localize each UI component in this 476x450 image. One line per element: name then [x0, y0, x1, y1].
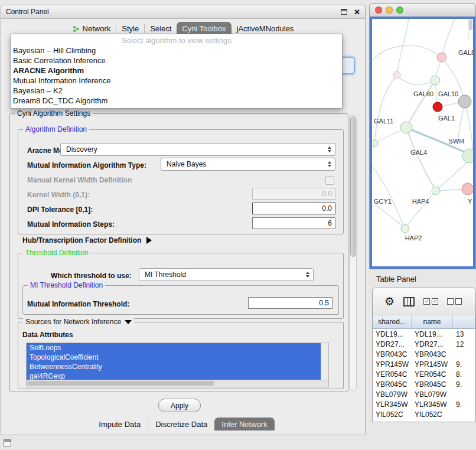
- dropdown-item-selected[interactable]: ARACNE Algorithm: [11, 66, 342, 76]
- float-window-icon[interactable]: [341, 9, 347, 15]
- scrollbar-thumb[interactable]: [469, 19, 472, 30]
- dropdown-item[interactable]: Mutual Information Inference: [11, 76, 342, 86]
- attribute-list-vertical-scrollbar[interactable]: [321, 343, 328, 380]
- network-node-mid[interactable]: [432, 187, 440, 195]
- cell-shared-name: YDL19...: [373, 330, 412, 338]
- cell-name: YBR045C: [412, 380, 453, 389]
- combo-arrows-icon: [328, 146, 335, 152]
- network-view-window: GAL8 GAL80 GAL10 GAL11 GAL1 SWI4 GAL4 GC…: [369, 3, 476, 269]
- network-vertical-scrollbar[interactable]: [468, 19, 473, 38]
- tab-style-label: Style: [122, 24, 139, 33]
- mi-type-value: Naive Bayes: [167, 160, 206, 168]
- cell-name: YDL19...: [412, 330, 453, 338]
- tab-discretize-data-label: Discretize Data: [155, 420, 207, 429]
- dropdown-item[interactable]: Dream8 DC_TDC Algorithm: [11, 96, 342, 106]
- which-threshold-combobox[interactable]: MI Threshold: [139, 268, 314, 281]
- mi-type-combobox[interactable]: Naive Bayes: [161, 158, 335, 171]
- tab-impute-data-label: Impute Data: [99, 420, 141, 429]
- mi-steps-input[interactable]: [252, 217, 335, 229]
- table-panel-window: ⚙ ✓ ✓ shared... name YDL19... YDL19... 1…: [372, 288, 476, 422]
- network-node-faint-pink[interactable]: [393, 71, 400, 79]
- settings-scrollbar[interactable]: [349, 115, 357, 391]
- network-node-green-top[interactable]: [431, 76, 440, 85]
- column-header-shared-name[interactable]: shared...: [373, 315, 412, 328]
- network-node-bottom[interactable]: [401, 224, 409, 233]
- dpi-tolerance-label: DPI Tolerance [0,1]:: [27, 206, 93, 214]
- cell-shared-name: YBL079W: [373, 390, 412, 399]
- checked-box-icon: ✓: [432, 298, 438, 305]
- dpi-tolerance-input[interactable]: [252, 203, 335, 214]
- attribute-list-horizontal-scrollbar[interactable]: [27, 380, 328, 387]
- network-canvas-frame: GAL8 GAL80 GAL10 GAL11 GAL1 SWI4 GAL4 GC…: [370, 17, 475, 269]
- tab-discretize-data[interactable]: Discretize Data: [148, 418, 214, 431]
- minimize-traffic-light-icon[interactable]: [386, 6, 393, 14]
- select-all-checks-icon[interactable]: ✓ ✓: [423, 298, 438, 305]
- cell-name: YBL079W: [412, 390, 453, 399]
- mi-threshold-input[interactable]: [248, 297, 332, 309]
- column-header-name[interactable]: name: [412, 315, 453, 328]
- tab-cyni-toolbox-label: Cyni Toolbox: [182, 24, 226, 33]
- close-icon[interactable]: ✕: [354, 8, 360, 16]
- network-node-red[interactable]: [433, 102, 442, 112]
- table-row[interactable]: YBR043C YBR043C: [373, 349, 475, 359]
- data-attributes-list[interactable]: SelfLoops TopologicalCoefficient Between…: [26, 343, 329, 387]
- table-row[interactable]: YPR145W YPR145W 9.: [373, 359, 475, 369]
- cell-value: 13: [453, 330, 475, 338]
- table-body: YDL19... YDL19... 13 YDR27... YDR27... 1…: [373, 329, 475, 419]
- cell-shared-name: YLR345W: [373, 400, 412, 409]
- dropdown-item[interactable]: Bayesian – Hill Climbing: [11, 45, 342, 56]
- network-node-pink-top[interactable]: [437, 53, 446, 62]
- node-label: SWI4: [449, 138, 465, 145]
- network-node-labels: GAL8 GAL80 GAL10 GAL11 GAL1 SWI4 GAL4 GC…: [374, 49, 473, 242]
- hub-definition-expander[interactable]: Hub/Transcription Factor Definition: [22, 236, 152, 244]
- network-node-gal4[interactable]: [400, 122, 412, 133]
- network-icon: [73, 25, 80, 32]
- table-row[interactable]: YIL052C YIL052C: [373, 409, 475, 419]
- apply-button[interactable]: Apply: [158, 399, 201, 412]
- manual-kernel-label: Manual Kernel Width Definition: [27, 176, 132, 184]
- sources-group-title[interactable]: Sources for Network Inference: [23, 318, 134, 327]
- aracne-mode-combobox[interactable]: Discovery: [60, 143, 335, 156]
- aracne-mode-value: Discovery: [66, 145, 97, 154]
- attribute-list-item-selected[interactable]: TopologicalCoefficient: [27, 353, 321, 362]
- network-node-gray[interactable]: [458, 95, 471, 108]
- cell-value: 8.: [453, 370, 475, 379]
- scrollbar-thumb[interactable]: [27, 381, 214, 386]
- data-attributes-label: Data Attributes: [22, 331, 73, 339]
- deselect-all-checks-icon[interactable]: [447, 298, 462, 305]
- dropdown-item[interactable]: Basic Correlation Inference: [11, 56, 342, 66]
- table-row[interactable]: YBL079W YBL079W: [373, 389, 475, 399]
- table-row[interactable]: YBR045C YBR045C 9.: [373, 379, 475, 389]
- zoom-traffic-light-icon[interactable]: [396, 6, 403, 14]
- tab-impute-data[interactable]: Impute Data: [92, 418, 148, 431]
- settings-scrollbar-thumb[interactable]: [350, 116, 356, 257]
- network-window-titlebar: [370, 4, 475, 17]
- dropdown-item[interactable]: Bayesian – K2: [11, 86, 342, 96]
- control-panel-title: Control Panel: [6, 8, 49, 16]
- network-node-pink-right[interactable]: [462, 183, 473, 195]
- column-header-partial[interactable]: [453, 315, 475, 328]
- close-traffic-light-icon[interactable]: [375, 6, 382, 14]
- table-row[interactable]: YER054C YER054C 8.: [373, 369, 475, 379]
- columns-icon[interactable]: [403, 297, 415, 306]
- tab-infer-network[interactable]: Infer Network: [214, 418, 274, 431]
- unchecked-box-icon: [455, 298, 462, 305]
- minimized-panel-icon[interactable]: [4, 439, 11, 446]
- node-label: GCY1: [374, 198, 392, 205]
- tab-jactivemodules-label: jActiveMNodules: [237, 24, 294, 33]
- manual-kernel-checkbox: [325, 176, 334, 185]
- attribute-list-item-selected[interactable]: BetweennessCentrality: [27, 362, 321, 371]
- gear-icon[interactable]: ⚙: [384, 296, 395, 307]
- attribute-list-item-selected[interactable]: SelfLoops: [27, 343, 321, 353]
- table-row[interactable]: YLR345W YLR345W 9.: [373, 399, 475, 409]
- cell-name: YBR043C: [412, 350, 453, 358]
- cell-shared-name: YBR045C: [373, 380, 412, 389]
- network-node-left-small[interactable]: [372, 140, 378, 147]
- dropdown-placeholder: Select algorithm to view settings: [11, 35, 342, 45]
- hub-definition-label: Hub/Transcription Factor Definition: [22, 236, 141, 244]
- network-canvas[interactable]: GAL8 GAL80 GAL10 GAL11 GAL1 SWI4 GAL4 GC…: [372, 19, 473, 266]
- node-label: GAL1: [438, 115, 455, 122]
- table-row[interactable]: YDL19... YDL19... 13: [373, 329, 475, 339]
- combo-arrows-icon: [306, 272, 313, 278]
- table-row[interactable]: YDR27... YDR27... 12: [373, 339, 475, 349]
